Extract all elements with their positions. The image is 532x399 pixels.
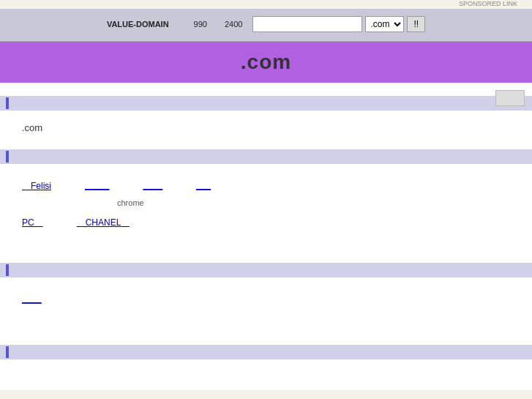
page-title: .com bbox=[241, 51, 291, 73]
price2-label: 2400 bbox=[225, 20, 242, 29]
link-felisi[interactable]: Felisi bbox=[22, 180, 51, 193]
link-section3-1[interactable]: ____ bbox=[22, 294, 42, 304]
section4-bar bbox=[6, 346, 9, 358]
tld-select[interactable]: .com .net .org .jp bbox=[365, 16, 404, 32]
chrome-label: chrome bbox=[117, 198, 144, 207]
link-blank2[interactable]: ____ bbox=[143, 180, 162, 190]
page-header: .com bbox=[0, 42, 532, 83]
section3-bar bbox=[6, 264, 9, 276]
link-blank3[interactable]: ___ bbox=[196, 180, 211, 190]
section1-bar bbox=[6, 97, 9, 109]
section3-content: ____ bbox=[15, 283, 517, 317]
brand-label: VALUE-DOMAIN bbox=[107, 20, 169, 29]
section3-header bbox=[0, 263, 532, 277]
main-content: .com Felisi _____ ____ ___ chrome PC CHA… bbox=[0, 83, 532, 390]
section2-bar bbox=[6, 151, 9, 163]
section4-header bbox=[0, 345, 532, 359]
link-pc[interactable]: PC bbox=[22, 217, 43, 229]
section2-header bbox=[0, 149, 532, 164]
section3-links-row: ____ bbox=[22, 289, 517, 308]
search-button[interactable]: !! bbox=[407, 16, 425, 32]
top-right-button[interactable] bbox=[495, 90, 525, 106]
domain-register-banner: VALUE-DOMAIN 990 2400 .com .net .org .jp… bbox=[0, 9, 532, 42]
sponsored-label: SPONSORED LINK bbox=[0, 0, 532, 7]
section2-links-row1: Felisi _____ ____ ___ bbox=[22, 176, 517, 197]
section2-content: Felisi _____ ____ ___ chrome PC CHANEL bbox=[15, 170, 517, 242]
price1-label: 990 bbox=[194, 20, 207, 29]
com-heading: .com bbox=[15, 116, 517, 136]
link-chanel[interactable]: CHANEL bbox=[77, 217, 130, 229]
section2-links-row2: PC CHANEL bbox=[22, 212, 517, 234]
register-bar: VALUE-DOMAIN 990 2400 .com .net .org .jp… bbox=[7, 16, 525, 32]
section1-header bbox=[0, 96, 532, 111]
domain-search-input[interactable] bbox=[252, 16, 362, 32]
link-blank1[interactable]: _____ bbox=[85, 180, 109, 190]
